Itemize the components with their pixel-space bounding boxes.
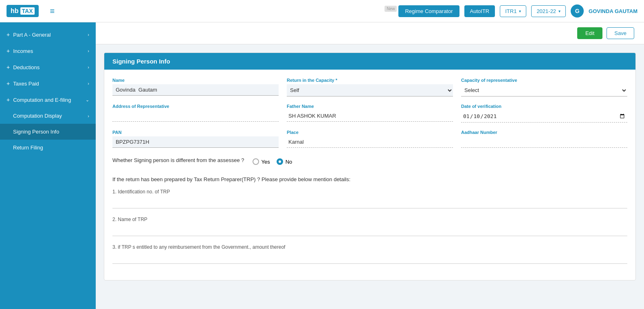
- sidebar-item-return-filing[interactable]: Return Filing: [0, 140, 96, 156]
- return-capacity-select[interactable]: Self Representative: [287, 84, 453, 96]
- arrow-icon: ›: [88, 114, 89, 118]
- plus-icon: +: [7, 80, 10, 87]
- app-logo: hb TAX: [7, 5, 39, 17]
- chevron-down-icon: ▾: [558, 9, 560, 13]
- return-capacity-group: Return in the Capacity * Self Representa…: [287, 78, 453, 96]
- user-avatar: G: [571, 4, 584, 18]
- pan-input[interactable]: [112, 136, 279, 148]
- sidebar-item-part-a[interactable]: + Part A - General ›: [0, 26, 96, 43]
- logo-hb: hb: [11, 7, 19, 15]
- no-label: No: [286, 159, 292, 165]
- sidebar-label: Taxes Paid: [13, 81, 39, 87]
- sidebar-label: Deductions: [13, 64, 40, 70]
- plus-icon: +: [7, 31, 10, 38]
- name-group: Name: [112, 78, 279, 96]
- address-rep-label: Address of Representative: [112, 104, 279, 109]
- sidebar-label: Incomes: [13, 48, 33, 54]
- plus-icon: +: [7, 48, 10, 54]
- sidebar-item-computation[interactable]: + Computation and E-filing ⌄: [0, 92, 96, 108]
- sidebar-label: Signing Person Info: [13, 129, 59, 135]
- autoitr-button[interactable]: AutoITR: [464, 5, 495, 17]
- date-verify-label: Date of verification: [461, 104, 627, 109]
- arrow-icon: ›: [88, 81, 89, 86]
- address-rep-group: Address of Representative: [112, 104, 279, 123]
- trp-field-3-input: [112, 252, 627, 264]
- capacity-rep-select[interactable]: Select: [461, 84, 627, 96]
- sidebar-label: Computation Display: [13, 113, 62, 119]
- date-verify-input[interactable]: [461, 110, 627, 123]
- trp-field-1-label: 1. Identification no. of TRP: [112, 189, 627, 195]
- yes-radio-button[interactable]: [253, 158, 259, 165]
- yes-radio-option[interactable]: Yes: [253, 158, 270, 165]
- no-radio-option[interactable]: No: [277, 158, 292, 165]
- itr-selector-button[interactable]: ITR1 ▾: [500, 5, 526, 17]
- aadhaar-label: Aadhaar Number: [461, 130, 627, 135]
- new-badge: New: [385, 6, 397, 12]
- trp-field-2: 2. Name of TRP: [112, 217, 627, 236]
- main-content-area: Edit Save Signing Person Info Name Retur…: [96, 22, 644, 309]
- edit-button[interactable]: Edit: [577, 27, 602, 39]
- aadhaar-input[interactable]: [461, 136, 627, 148]
- hamburger-menu[interactable]: ≡: [50, 7, 55, 16]
- chevron-down-icon: ⌄: [86, 97, 89, 103]
- user-name: GOVINDA GAUTAM: [589, 8, 637, 14]
- trp-field-3: 3. if TRP s entitled to any reimbursemen…: [112, 244, 627, 264]
- trp-field-2-label: 2. Name of TRP: [112, 217, 627, 222]
- arrow-icon: ›: [88, 32, 89, 37]
- signing-person-form: Signing Person Info Name Return in the C…: [104, 53, 636, 281]
- main-layout: + Part A - General › + Incomes › + Deduc…: [0, 22, 644, 309]
- date-verify-group: Date of verification: [461, 104, 627, 123]
- chevron-down-icon: ▾: [519, 9, 521, 13]
- sidebar: + Part A - General › + Incomes › + Deduc…: [0, 22, 96, 309]
- address-rep-input[interactable]: [112, 110, 279, 122]
- name-label: Name: [112, 78, 279, 83]
- form-row-2: Address of Representative Father Name Da…: [112, 104, 627, 123]
- arrow-icon: ›: [88, 65, 89, 70]
- capacity-rep-group: Capacity of representative Select: [461, 78, 627, 96]
- trp-field-2-input: [112, 225, 627, 236]
- father-name-group: Father Name: [287, 104, 453, 123]
- sidebar-label: Return Filing: [13, 145, 43, 151]
- main-toolbar: Edit Save: [96, 22, 644, 44]
- plus-icon: +: [7, 64, 10, 70]
- aadhaar-group: Aadhaar Number: [461, 130, 627, 148]
- form-row-3: PAN Place Aadhaar Number: [112, 130, 627, 148]
- pan-group: PAN: [112, 130, 279, 148]
- plus-icon: +: [7, 96, 10, 103]
- form-header: Signing Person Info: [104, 53, 635, 70]
- logo-tax: TAX: [20, 7, 35, 15]
- return-capacity-label: Return in the Capacity *: [287, 78, 453, 83]
- place-input[interactable]: [287, 136, 453, 148]
- year-label: 2021-22: [536, 8, 556, 14]
- pan-label: PAN: [112, 130, 279, 135]
- trp-question-text: If the return has been prepared by Tax R…: [112, 176, 627, 182]
- regime-comparator-button[interactable]: Regime Comparator: [398, 5, 459, 17]
- itr-label: ITR1: [505, 8, 517, 14]
- sidebar-label: Part A - General: [13, 32, 51, 38]
- year-selector-button[interactable]: 2021-22 ▾: [531, 5, 566, 17]
- no-radio-button[interactable]: [277, 158, 283, 165]
- signing-radio-group: Yes No: [253, 155, 292, 168]
- name-input[interactable]: [112, 84, 279, 96]
- father-name-label: Father Name: [287, 104, 453, 109]
- trp-section: If the return has been prepared by Tax R…: [112, 176, 627, 264]
- yes-label: Yes: [262, 159, 270, 165]
- top-navigation: hb TAX ≡ New Regime Comparator AutoITR I…: [0, 0, 644, 22]
- form-body: Name Return in the Capacity * Self Repre…: [104, 70, 635, 280]
- capacity-rep-label: Capacity of representative: [461, 78, 627, 83]
- sidebar-item-taxes-paid[interactable]: + Taxes Paid ›: [0, 75, 96, 92]
- sidebar-item-signing-person[interactable]: Signing Person Info: [0, 124, 96, 140]
- sidebar-item-deductions[interactable]: + Deductions ›: [0, 59, 96, 75]
- father-name-input[interactable]: [287, 110, 453, 122]
- trp-field-1-input: [112, 197, 627, 208]
- signing-question-text: Whether Signing person is different from…: [112, 157, 244, 163]
- trp-field-1: 1. Identification no. of TRP: [112, 189, 627, 208]
- sidebar-item-computation-display[interactable]: Computation Display ›: [0, 108, 96, 124]
- place-label: Place: [287, 130, 453, 135]
- place-group: Place: [287, 130, 453, 148]
- trp-field-3-label: 3. if TRP s entitled to any reimbursemen…: [112, 244, 627, 250]
- arrow-icon: ›: [88, 48, 89, 53]
- sidebar-item-incomes[interactable]: + Incomes ›: [0, 43, 96, 59]
- signing-question-row: Whether Signing person is different from…: [112, 155, 627, 168]
- save-button[interactable]: Save: [607, 27, 634, 39]
